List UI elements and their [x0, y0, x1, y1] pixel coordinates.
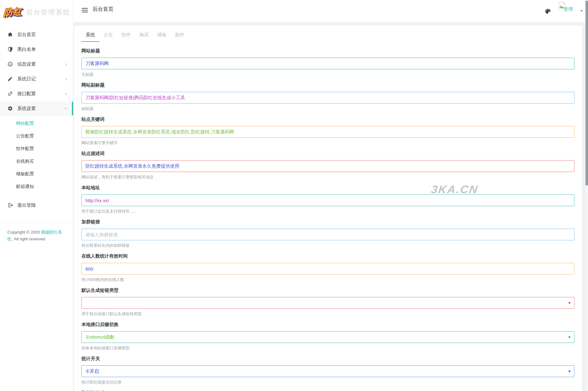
sidebar-subitem-site[interactable]: 网站配置 — [0, 117, 73, 130]
sidebar-subitem-label: 公告配置 — [16, 133, 34, 139]
brand-logo: 防红 — [3, 6, 22, 19]
group-link-label: 加群链接 — [81, 219, 574, 225]
stats-switch-select[interactable]: ①开启 — [81, 365, 574, 377]
field-site-url: 本站地址用于接口监控及支付跳转等...... — [81, 185, 574, 214]
user-menu[interactable]: 管理 — [558, 0, 576, 22]
gear-icon — [7, 106, 13, 111]
sidebar-subitem-notice[interactable]: 公告配置 — [0, 130, 73, 142]
sidebar-item-blacklist[interactable]: 黑白名单 — [0, 42, 73, 57]
sidebar-item-label: 黑白名单 — [17, 47, 36, 52]
sidebar-item-diary[interactable]: 系统日记› — [0, 71, 73, 86]
site-url-label: 本站地址 — [81, 185, 574, 191]
stats-switch-helper: 统计防红链接访问记录 — [81, 380, 574, 385]
stats-switch-label: 统计开关 — [81, 356, 574, 362]
sidebar-subitem-label: 模板配置 — [16, 171, 34, 177]
copyright-prefix: Copyright © 2020 — [7, 230, 41, 234]
site-keywords-helper: 网站搜索引擎关键字 — [81, 140, 574, 146]
smiley-icon — [7, 61, 13, 67]
sidebar-item-home[interactable]: 后台首页 — [0, 27, 73, 42]
field-site-description: 站点描述词网站描述，有利于搜索引擎抓取相关信息 — [81, 151, 574, 180]
field-site-keywords: 站点关键词网站搜索引擎关键字 — [81, 116, 574, 146]
chevron-down-icon[interactable] — [580, 10, 583, 12]
field-default-shortlink-type: 默认生成短链类型用于前台或接口默认生成短链类型 — [81, 287, 574, 317]
sidebar-item-logout[interactable]: 退出登陆 — [0, 198, 73, 213]
sidebar-subitem-label: 在线购买 — [16, 158, 34, 164]
group-link-input[interactable] — [81, 229, 574, 240]
tab-bar: 系统公告软件购买模板邮件 — [81, 26, 574, 42]
site-title-label: 网站标题 — [81, 48, 574, 54]
site-subtitle-input[interactable] — [81, 92, 574, 104]
theme-palette-icon[interactable] — [545, 8, 551, 14]
sidebar-subitem-label: 邮箱通知 — [16, 184, 34, 189]
tab-notice[interactable]: 公告 — [99, 30, 117, 42]
copyright-suffix: . All right reserved — [12, 237, 45, 241]
page-title: 后台首页 — [93, 6, 114, 13]
site-description-input[interactable] — [81, 160, 574, 172]
default-shortlink-type-select[interactable] — [81, 297, 574, 309]
sidebar: 防红 后台管理系统 后台首页黑白名单信息设置›系统日记›接口配置›系统设置› 网… — [0, 0, 73, 391]
field-stats-switch: 统计开关①开启统计防红链接访问记录 — [81, 356, 574, 385]
sidebar-item-label: 系统日记 — [17, 76, 36, 82]
sidebar-subitem-template[interactable]: 模板配置 — [0, 168, 73, 180]
sidebar-subitem-mail[interactable]: 邮箱通知 — [0, 180, 73, 193]
field-site-title: 网站标题主标题 — [81, 48, 574, 77]
logout-icon — [7, 202, 13, 208]
sidebar-item-label: 后台首页 — [17, 32, 36, 38]
sidebar-item-label: 信息设置 — [17, 61, 36, 67]
tab-software[interactable]: 软件 — [117, 30, 135, 42]
logout-label: 退出登陆 — [17, 202, 36, 208]
sidebar-subitem-buy[interactable]: 在线购买 — [0, 155, 73, 168]
local-api-suffix-select[interactable]: ②shorturl函数 — [81, 331, 574, 343]
chevron-right-icon: › — [65, 76, 67, 82]
scrollbar-track[interactable] — [585, 0, 588, 391]
field-group-link: 加群链接前台联系站长内的加群链接 — [81, 219, 574, 248]
scrollbar-thumb[interactable] — [586, 1, 588, 185]
local-api-suffix-helper: 切换本地短链接口后缀类型 — [81, 345, 574, 351]
site-keywords-label: 站点关键词 — [81, 116, 574, 122]
sidebar-subnav: 网站配置公告配置软件配置在线购买模板配置邮箱通知 — [0, 116, 73, 193]
brand: 防红 后台管理系统 — [0, 0, 73, 19]
copyright: Copyright © 2020 晓杨防红系统. All right reser… — [0, 222, 73, 242]
sidebar-subitem-soft[interactable]: 软件配置 — [0, 142, 73, 155]
user-name: 管理 — [564, 6, 573, 12]
sidebar-item-label: 接口配置 — [17, 91, 36, 97]
chevron-right-icon: › — [65, 61, 67, 67]
topbar: 后台首页 管理 — [73, 0, 588, 22]
site-description-helper: 网站描述，有利于搜索引擎抓取相关信息 — [81, 174, 574, 180]
dropdown-arrow-icon — [568, 302, 571, 304]
dropdown-arrow-icon — [568, 371, 571, 373]
sidebar-item-api[interactable]: 接口配置› — [0, 86, 73, 101]
site-title-input[interactable] — [81, 58, 574, 69]
shield-icon — [7, 47, 13, 52]
online-time-helper: 统计600秒内的在线人数 — [81, 277, 574, 283]
local-api-suffix-label: 本地接口后缀切换 — [81, 322, 574, 328]
field-site-subtitle: 网站副标题副标题 — [81, 82, 574, 112]
tab-system[interactable]: 系统 — [81, 30, 99, 42]
online-time-input[interactable] — [81, 263, 574, 275]
sidebar-subitem-label: 网站配置 — [16, 120, 34, 126]
local-api-suffix-selected-value: ②shorturl函数 — [85, 334, 114, 340]
pen-icon — [7, 76, 13, 82]
site-title-helper: 主标题 — [81, 72, 574, 77]
topbar-right: 管理 — [545, 0, 583, 22]
sidebar-item-info[interactable]: 信息设置› — [0, 57, 73, 71]
link-icon — [7, 91, 13, 96]
sidebar-subitem-label: 软件配置 — [16, 146, 34, 152]
online-time-label: 在线人数统计有效时间 — [81, 253, 574, 259]
site-subtitle-label: 网站副标题 — [81, 82, 574, 88]
sidebar-nav: 后台首页黑白名单信息设置›系统日记›接口配置›系统设置› — [0, 27, 73, 116]
chevron-right-icon: › — [65, 91, 67, 96]
site-keywords-input[interactable] — [81, 126, 574, 138]
tab-buy[interactable]: 购买 — [135, 30, 153, 42]
sidebar-item-label: 系统设置 — [17, 106, 36, 112]
sidebar-item-system[interactable]: 系统设置› — [0, 101, 73, 116]
menu-toggle-icon[interactable] — [82, 8, 88, 13]
site-subtitle-helper: 副标题 — [81, 106, 574, 112]
tab-template[interactable]: 模板 — [153, 30, 171, 42]
site-url-input[interactable] — [81, 194, 574, 206]
site-description-label: 站点描述词 — [81, 151, 574, 157]
field-online-time: 在线人数统计有效时间统计600秒内的在线人数 — [81, 253, 574, 283]
chevron-down-icon: › — [63, 108, 69, 109]
field-local-api-suffix: 本地接口后缀切换②shorturl函数切换本地短链接口后缀类型 — [81, 322, 574, 351]
tab-mail[interactable]: 邮件 — [171, 30, 189, 42]
